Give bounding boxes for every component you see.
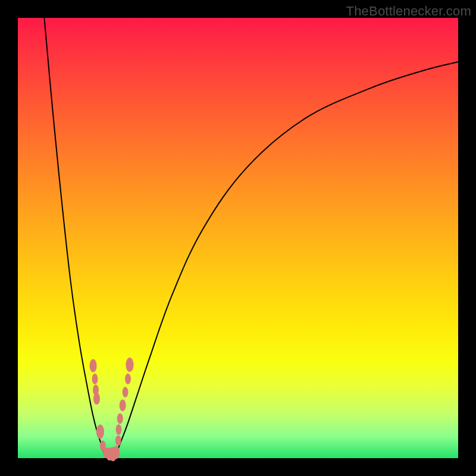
sample-point — [123, 387, 129, 397]
sample-point — [120, 399, 126, 411]
chart-frame: TheBottlenecker.com — [0, 0, 476, 476]
sample-point — [96, 425, 104, 439]
sample-point — [116, 424, 122, 435]
sample-point — [126, 358, 133, 372]
sample-point — [93, 393, 100, 405]
bottleneck-curve-right — [114, 62, 458, 458]
sample-point — [112, 446, 120, 459]
sample-point — [89, 359, 96, 372]
chart-svg — [18, 18, 458, 458]
sample-point — [117, 413, 123, 424]
sample-point — [125, 374, 131, 384]
sample-points-group — [89, 358, 133, 461]
sample-point — [115, 435, 121, 446]
sample-point — [92, 374, 98, 384]
plot-area — [18, 18, 458, 458]
watermark-text: TheBottlenecker.com — [346, 4, 471, 19]
